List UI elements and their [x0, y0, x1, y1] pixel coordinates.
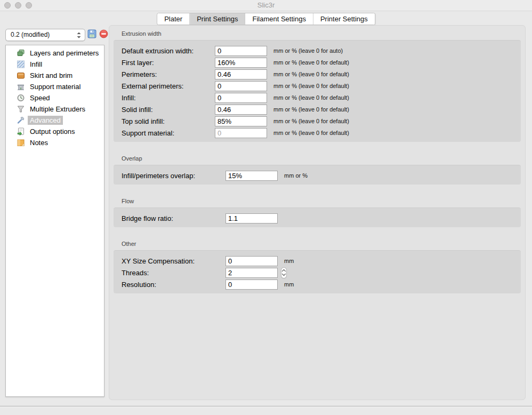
- section-box: XY Size Compensation:mmThreads:Resolutio…: [114, 250, 521, 293]
- setting-row-external-perimeters: External perimeters:mm or % (leave 0 for…: [122, 80, 521, 92]
- setting-input-bridge-flow-ratio[interactable]: [225, 213, 278, 224]
- zoom-button[interactable]: [26, 2, 32, 9]
- setting-value-wrap: [215, 128, 268, 138]
- sidebar-item-advanced[interactable]: Advanced: [6, 115, 104, 126]
- minimize-button[interactable]: [15, 2, 21, 9]
- setting-row-bridge-flow-ratio: Bridge flow ratio:: [122, 212, 521, 224]
- preset-select[interactable]: 0.2 (modified): [5, 29, 85, 41]
- tab-print-settings[interactable]: Print Settings: [190, 13, 245, 25]
- remove-minus-icon: [99, 29, 108, 40]
- preset-row: 0.2 (modified): [5, 28, 109, 41]
- skirt-box-icon: [17, 71, 25, 79]
- preset-select-value: 0.2 (modified): [11, 31, 50, 38]
- setting-input-threads[interactable]: [225, 268, 278, 278]
- setting-unit-hint: mm or % (leave 0 for default): [268, 106, 521, 113]
- setting-unit-hint: mm: [279, 258, 521, 264]
- setting-value-wrap: [215, 69, 268, 79]
- setting-input-solid-infill[interactable]: [215, 105, 267, 115]
- tab-filament-settings[interactable]: Filament Settings: [245, 13, 313, 25]
- output-page-icon: [17, 127, 25, 135]
- setting-row-perimeters: Perimeters:mm or % (leave 0 for default): [122, 68, 521, 80]
- setting-unit-hint: mm or % (leave 0 for default): [268, 83, 521, 89]
- infill-hatch-icon: [17, 60, 25, 68]
- setting-input-resolution[interactable]: [225, 280, 278, 290]
- setting-input-infill-perimeters-overlap[interactable]: [225, 171, 278, 181]
- sidebar-item-infill[interactable]: Infill: [6, 59, 104, 70]
- sidebar-item-multiple-extruders[interactable]: Multiple Extruders: [6, 103, 104, 115]
- setting-unit-hint: mm or % (leave 0 for default): [268, 130, 521, 136]
- setting-row-infill-perimeters-overlap: Infill/perimeters overlap:mm or %: [122, 170, 521, 181]
- setting-input-infill[interactable]: [215, 93, 267, 103]
- setting-input-perimeters[interactable]: [215, 69, 267, 79]
- setting-row-solid-infill: Solid infill:mm or % (leave 0 for defaul…: [122, 103, 521, 115]
- setting-value-wrap: [215, 58, 268, 68]
- section-overlap: OverlapInfill/perimeters overlap:mm or %: [114, 155, 521, 185]
- setting-label: XY Size Compensation:: [122, 257, 225, 265]
- close-button[interactable]: [4, 2, 11, 9]
- setting-input-support-material[interactable]: [215, 128, 267, 138]
- sidebar-item-label: Notes: [28, 138, 50, 147]
- setting-row-top-solid-infill: Top solid infill:mm or % (leave 0 for de…: [122, 115, 521, 127]
- setting-label: Threads:: [122, 269, 225, 277]
- speed-clock-icon: [17, 94, 25, 102]
- settings-panel: Extrusion widthDefault extrusion width:m…: [109, 25, 526, 400]
- floppy-save-icon: [87, 29, 96, 40]
- delete-preset-button[interactable]: [98, 29, 109, 40]
- setting-label: Resolution:: [122, 281, 225, 289]
- setting-row-infill: Infill:mm or % (leave 0 for default): [122, 92, 521, 103]
- tab-plater[interactable]: Plater: [157, 13, 190, 25]
- section-title: Overlap: [122, 155, 521, 162]
- sidebar-item-skirt-and-brim[interactable]: Skirt and brim: [6, 70, 104, 81]
- setting-label: Support material:: [122, 129, 215, 137]
- save-preset-button[interactable]: [86, 29, 97, 40]
- section-extrusion-width: Extrusion widthDefault extrusion width:m…: [114, 30, 521, 142]
- sidebar-item-label: Skirt and brim: [28, 71, 75, 80]
- setting-unit-hint: mm or % (leave 0 for default): [268, 118, 521, 124]
- setting-input-default-extrusion-width[interactable]: [215, 46, 267, 56]
- setting-value-wrap: [215, 116, 268, 126]
- setting-label: Default extrusion width:: [122, 47, 215, 55]
- setting-value-wrap: [215, 93, 268, 103]
- sidebar-item-layers-and-perimeters[interactable]: Layers and perimeters: [6, 47, 104, 59]
- setting-value-wrap: [215, 46, 268, 56]
- setting-unit-hint: mm or % (leave 0 for default): [268, 59, 521, 66]
- sidebar-item-label: Speed: [28, 93, 52, 102]
- setting-input-top-solid-infill[interactable]: [215, 116, 267, 126]
- setting-input-external-perimeters[interactable]: [215, 81, 267, 91]
- setting-input-xy-size-compensation[interactable]: [225, 256, 278, 266]
- sidebar-item-label: Multiple Extruders: [28, 105, 87, 114]
- status-bar: [0, 408, 532, 415]
- sidebar-item-notes[interactable]: Notes: [6, 137, 104, 148]
- tab-printer-settings[interactable]: Printer Settings: [313, 13, 375, 25]
- sidebar-item-output-options[interactable]: Output options: [6, 126, 104, 137]
- setting-label: Solid infill:: [122, 106, 215, 114]
- setting-value-wrap: [225, 213, 279, 224]
- setting-value-wrap: [225, 280, 279, 290]
- wrench-icon: [17, 116, 25, 124]
- funnel-icon: [17, 105, 25, 113]
- layers-icon: [17, 49, 25, 57]
- setting-label: Perimeters:: [122, 70, 215, 78]
- traffic-lights: [4, 2, 32, 9]
- setting-label: Infill/perimeters overlap:: [122, 172, 225, 180]
- setting-row-resolution: Resolution:mm: [122, 278, 521, 290]
- sidebar-item-label: Support material: [28, 82, 83, 91]
- sidebar-item-label: Infill: [28, 60, 44, 69]
- setting-input-first-layer[interactable]: [215, 58, 267, 68]
- sidebar-item-support-material[interactable]: Support material: [6, 81, 104, 92]
- setting-unit-hint: mm: [279, 281, 521, 288]
- section-title: Flow: [122, 198, 521, 205]
- titlebar: Slic3r: [0, 0, 532, 11]
- setting-value-wrap: [225, 171, 279, 181]
- setting-unit-hint: mm or % (leave 0 for auto): [268, 47, 521, 54]
- value-stepper[interactable]: [281, 267, 287, 278]
- section-title: Other: [122, 241, 521, 248]
- setting-unit-hint: mm or % (leave 0 for default): [268, 71, 521, 77]
- support-building-icon: [17, 83, 25, 91]
- sidebar-item-label: Advanced: [28, 116, 63, 125]
- setting-value-wrap: [225, 267, 279, 278]
- section-box: Infill/perimeters overlap:mm or %: [114, 165, 521, 185]
- sidebar-item-speed[interactable]: Speed: [6, 92, 104, 103]
- setting-unit-hint: mm or % (leave 0 for default): [268, 94, 521, 101]
- setting-row-threads: Threads:: [122, 267, 521, 278]
